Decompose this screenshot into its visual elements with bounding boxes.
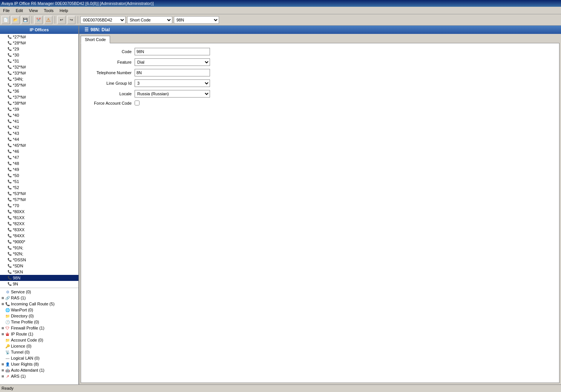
tree-item[interactable]: 📞*80XX	[0, 209, 78, 215]
tree-item[interactable]: 📞*SDN	[0, 263, 78, 269]
tree-item[interactable]: 📞*38*N#	[0, 100, 78, 106]
tree-icon: 📞	[7, 179, 12, 184]
tree-item[interactable]: 📞*91N;	[0, 245, 78, 251]
toolbar-warning-btn[interactable]: ⚠	[44, 16, 52, 24]
tree-item[interactable]: 📞*57*N#	[0, 197, 78, 203]
tree-item[interactable]: ⊞🌐WanPort (0)	[0, 307, 78, 313]
type-dropdown[interactable]: Short Code	[127, 16, 172, 24]
tree-label: Incoming Call Route (5)	[11, 302, 55, 306]
tree-item[interactable]: 📞*44	[0, 136, 78, 142]
tree-item[interactable]: 📞*31	[0, 58, 78, 64]
tree-item[interactable]: 📞*32*N#	[0, 64, 78, 70]
tree-item[interactable]: 📞*41	[0, 118, 78, 124]
tree-item[interactable]: 📞*46	[0, 148, 78, 154]
expand-icon[interactable]: ⊞	[1, 332, 5, 336]
tree-item[interactable]: ⊞🔗RAS (1)	[0, 295, 78, 301]
tree-item[interactable]: 📞*92N;	[0, 251, 78, 257]
toolbar-redo-btn[interactable]: ↪	[67, 16, 75, 24]
menu-edit[interactable]: Edit	[14, 8, 25, 13]
locale-select[interactable]: Russia (Russian)	[135, 90, 210, 98]
expand-icon[interactable]: ⊞	[1, 326, 5, 330]
tree-item[interactable]: 📞*51	[0, 178, 78, 185]
tree-item[interactable]: 📞*50	[0, 172, 78, 178]
tree-item[interactable]: ⊞📁Directory (0)	[0, 313, 78, 319]
tree-icon: 📞	[7, 95, 12, 100]
tree-item[interactable]: 📞*SKN	[0, 269, 78, 275]
tree-item[interactable]: 📞*29	[0, 46, 78, 52]
tree-container[interactable]: 📞*27*N#📞*28*N#📞*29📞*30📞*31📞*32*N#📞*33*N#…	[0, 34, 78, 384]
tree-item[interactable]: 📞*37*N#	[0, 94, 78, 100]
tree-item[interactable]: 📞*40	[0, 112, 78, 118]
expand-icon[interactable]: ⊞	[1, 362, 5, 366]
toolbar-open-btn[interactable]: 📂	[11, 16, 20, 24]
tree-label: User Rights (8)	[11, 362, 39, 366]
expand-icon[interactable]: ⊞	[1, 368, 5, 372]
tree-item[interactable]: ⊞↗ARS (1)	[0, 373, 78, 379]
header-menu-icon[interactable]: ☰	[82, 26, 90, 34]
expand-icon[interactable]: ⊞	[1, 296, 5, 300]
tab-short-code[interactable]: Short Code	[81, 36, 110, 43]
tree-item[interactable]: ⊞🔑Licence (0)	[0, 343, 78, 349]
menu-tools[interactable]: Tools	[42, 8, 55, 13]
tree-item[interactable]: 📞*33*N#	[0, 70, 78, 76]
tree-item[interactable]: ⊞🛡Firewall Profile (1)	[0, 325, 78, 331]
tree-label: Firewall Profile (1)	[11, 326, 44, 330]
tree-item[interactable]: 📞9N	[0, 281, 78, 287]
tree-item[interactable]: ⊞🤖Auto Attendant (1)	[0, 367, 78, 373]
tree-icon: 📞	[7, 137, 12, 142]
toolbar-undo-btn[interactable]: ↩	[57, 16, 66, 24]
toolbar-new-btn[interactable]: 📄	[2, 16, 10, 24]
menu-view[interactable]: View	[28, 8, 40, 13]
tree-item[interactable]: 📞*45*N#	[0, 142, 78, 148]
tree-item[interactable]: 📞*70	[0, 203, 78, 209]
tree-item[interactable]: 📞*9000*	[0, 239, 78, 245]
toolbar-save-btn[interactable]: 💾	[21, 16, 29, 24]
tree-item[interactable]: 📞*43	[0, 130, 78, 136]
tree-icon: 📞	[7, 197, 12, 202]
tree-item[interactable]: 📞*28*N#	[0, 40, 78, 46]
tree-item[interactable]: 📞*27*N#	[0, 34, 78, 40]
tree-item[interactable]: 📞*39	[0, 106, 78, 112]
tree-item[interactable]: ⊞📁Account Code (0)	[0, 337, 78, 343]
tree-item[interactable]: 📞*47	[0, 154, 78, 160]
tree-item[interactable]: ⊞⚙Service (0)	[0, 289, 78, 295]
tree-item[interactable]: 📞*DSSN	[0, 257, 78, 263]
line-group-select[interactable]: 3	[135, 79, 210, 87]
tree-item[interactable]: 📞*48	[0, 160, 78, 166]
tree-item[interactable]: 📞*81XX	[0, 215, 78, 221]
menu-file[interactable]: File	[2, 8, 11, 13]
tree-item[interactable]: 📞*30	[0, 52, 78, 58]
tree-icon: 📞	[7, 203, 12, 208]
tree-label: *36	[13, 89, 19, 93]
tree-item[interactable]: ⊞—Logical LAN (0)	[0, 355, 78, 361]
tree-item[interactable]: 📞*35*N#	[0, 82, 78, 88]
force-account-checkbox[interactable]	[135, 101, 139, 105]
tree-item[interactable]: ⊞👤User Rights (8)	[0, 361, 78, 367]
expand-icon[interactable]: ⊞	[1, 302, 5, 306]
tree-item[interactable]: 📞*49	[0, 166, 78, 172]
tree-item[interactable]: 📞*53*N#	[0, 191, 78, 197]
tree-item[interactable]: 📞*52	[0, 185, 78, 191]
tree-item[interactable]: 📞*36	[0, 88, 78, 94]
tree-item[interactable]: 📞*84XX	[0, 233, 78, 239]
tree-item[interactable]: ⊞🕐Time Profile (0)	[0, 319, 78, 325]
tree-item[interactable]: ⊞📞Incoming Call Route (5)	[0, 301, 78, 307]
tree-item[interactable]: 📞*83XX	[0, 227, 78, 233]
tree-item[interactable]: 📞*42	[0, 124, 78, 130]
telephone-input[interactable]	[135, 69, 210, 76]
tree-item[interactable]: 📞98N	[0, 275, 78, 281]
tree-item[interactable]: 📞*82XX	[0, 221, 78, 227]
device-dropdown[interactable]: 00E00705BD42	[80, 16, 126, 24]
tree-icon: 📞	[7, 269, 12, 275]
tree-item[interactable]: ⊞📡Tunnel (0)	[0, 349, 78, 355]
tree-icon: ⚙	[5, 289, 10, 294]
tree-item[interactable]: ⊞🛣IP Route (1)	[0, 331, 78, 337]
tree-icon: 📞	[7, 125, 12, 130]
feature-select[interactable]: Dial	[135, 58, 210, 66]
tree-item[interactable]: 📞*34N;	[0, 76, 78, 82]
code-input[interactable]	[135, 48, 210, 55]
expand-icon[interactable]: ⊞	[1, 374, 5, 378]
toolbar-delete-btn[interactable]: ✂️	[34, 16, 43, 24]
item-dropdown[interactable]: 98N	[174, 16, 219, 24]
menu-help[interactable]: Help	[58, 8, 70, 13]
